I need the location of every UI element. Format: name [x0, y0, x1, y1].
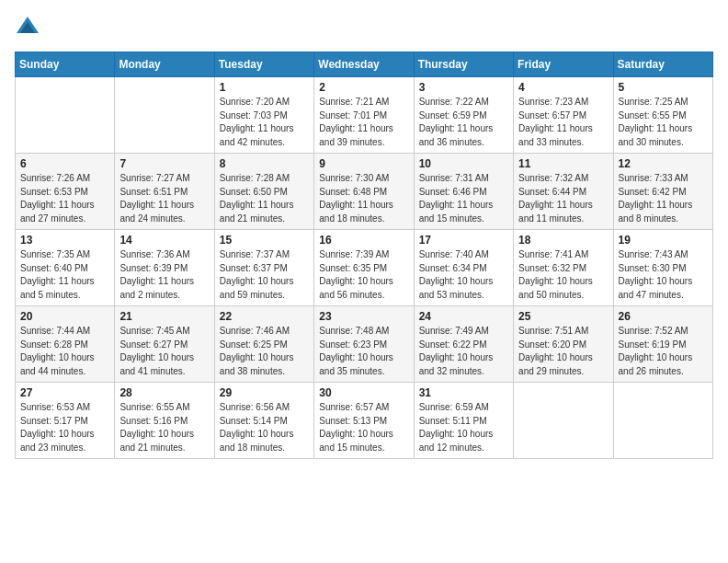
calendar-cell: 16Sunrise: 7:39 AM Sunset: 6:35 PM Dayli…: [314, 230, 414, 306]
calendar-week-row: 1Sunrise: 7:20 AM Sunset: 7:03 PM Daylig…: [16, 77, 713, 154]
day-number: 14: [119, 234, 209, 247]
calendar-cell: 2Sunrise: 7:21 AM Sunset: 7:01 PM Daylig…: [314, 77, 414, 154]
day-number: 16: [319, 234, 408, 247]
day-number: 25: [518, 310, 608, 323]
calendar-week-row: 13Sunrise: 7:35 AM Sunset: 6:40 PM Dayli…: [16, 230, 713, 306]
calendar-cell: 29Sunrise: 6:56 AM Sunset: 5:14 PM Dayli…: [214, 383, 313, 459]
calendar-cell: 3Sunrise: 7:22 AM Sunset: 6:59 PM Daylig…: [414, 77, 513, 154]
day-number: 12: [619, 157, 708, 170]
day-info: Sunrise: 7:27 AM Sunset: 6:51 PM Dayligh…: [119, 172, 209, 225]
day-number: 4: [518, 81, 608, 94]
day-info: Sunrise: 7:46 AM Sunset: 6:25 PM Dayligh…: [220, 325, 309, 378]
day-info: Sunrise: 7:25 AM Sunset: 6:55 PM Dayligh…: [619, 96, 708, 149]
day-info: Sunrise: 7:21 AM Sunset: 7:01 PM Dayligh…: [319, 96, 408, 149]
day-number: 29: [220, 386, 309, 399]
calendar-cell: 23Sunrise: 7:48 AM Sunset: 6:23 PM Dayli…: [314, 306, 414, 383]
header-day-sunday: Sunday: [16, 52, 115, 77]
logo-icon: [15, 15, 40, 40]
day-info: Sunrise: 7:32 AM Sunset: 6:44 PM Dayligh…: [518, 172, 608, 225]
day-number: 22: [220, 310, 309, 323]
day-info: Sunrise: 7:41 AM Sunset: 6:32 PM Dayligh…: [518, 248, 608, 302]
day-info: Sunrise: 7:52 AM Sunset: 6:19 PM Dayligh…: [619, 325, 708, 378]
day-info: Sunrise: 7:39 AM Sunset: 6:35 PM Dayligh…: [319, 248, 408, 302]
day-number: 30: [319, 386, 408, 399]
calendar-table: SundayMondayTuesdayWednesdayThursdayFrid…: [15, 52, 713, 459]
calendar-cell: 25Sunrise: 7:51 AM Sunset: 6:20 PM Dayli…: [514, 306, 613, 383]
calendar-cell: 5Sunrise: 7:25 AM Sunset: 6:55 PM Daylig…: [613, 77, 712, 154]
calendar-cell: 18Sunrise: 7:41 AM Sunset: 6:32 PM Dayli…: [514, 230, 613, 306]
day-info: Sunrise: 7:35 AM Sunset: 6:40 PM Dayligh…: [20, 248, 109, 302]
day-number: 13: [20, 234, 109, 247]
day-number: 7: [119, 157, 209, 170]
header-day-thursday: Thursday: [414, 52, 513, 77]
header-day-monday: Monday: [115, 52, 214, 77]
day-number: 31: [419, 386, 508, 399]
day-number: 23: [319, 310, 408, 323]
day-number: 26: [619, 310, 708, 323]
calendar-cell: 21Sunrise: 7:45 AM Sunset: 6:27 PM Dayli…: [115, 306, 214, 383]
header-day-tuesday: Tuesday: [214, 52, 313, 77]
day-info: Sunrise: 7:20 AM Sunset: 7:03 PM Dayligh…: [220, 96, 309, 149]
header-day-saturday: Saturday: [613, 52, 712, 77]
day-info: Sunrise: 7:28 AM Sunset: 6:50 PM Dayligh…: [220, 172, 309, 225]
day-info: Sunrise: 7:45 AM Sunset: 6:27 PM Dayligh…: [119, 325, 209, 378]
calendar-cell: [16, 77, 115, 154]
calendar-cell: 26Sunrise: 7:52 AM Sunset: 6:19 PM Dayli…: [613, 306, 712, 383]
calendar-header-row: SundayMondayTuesdayWednesdayThursdayFrid…: [16, 52, 713, 77]
calendar-cell: 14Sunrise: 7:36 AM Sunset: 6:39 PM Dayli…: [115, 230, 214, 306]
calendar-cell: [613, 383, 712, 459]
logo: [15, 15, 44, 40]
calendar-cell: 9Sunrise: 7:30 AM Sunset: 6:48 PM Daylig…: [314, 154, 414, 230]
calendar-cell: 28Sunrise: 6:55 AM Sunset: 5:16 PM Dayli…: [115, 383, 214, 459]
calendar-week-row: 6Sunrise: 7:26 AM Sunset: 6:53 PM Daylig…: [16, 154, 713, 230]
day-info: Sunrise: 7:48 AM Sunset: 6:23 PM Dayligh…: [319, 325, 408, 378]
day-info: Sunrise: 6:53 AM Sunset: 5:17 PM Dayligh…: [20, 401, 109, 454]
calendar-cell: 6Sunrise: 7:26 AM Sunset: 6:53 PM Daylig…: [16, 154, 115, 230]
day-number: 18: [518, 234, 608, 247]
day-number: 2: [319, 81, 408, 94]
day-number: 9: [319, 157, 408, 170]
header-day-wednesday: Wednesday: [314, 52, 414, 77]
day-info: Sunrise: 7:30 AM Sunset: 6:48 PM Dayligh…: [319, 172, 408, 225]
day-info: Sunrise: 7:22 AM Sunset: 6:59 PM Dayligh…: [419, 96, 508, 149]
day-number: 3: [419, 81, 508, 94]
page-header: [15, 15, 713, 40]
day-info: Sunrise: 6:55 AM Sunset: 5:16 PM Dayligh…: [119, 401, 209, 454]
day-number: 8: [220, 157, 309, 170]
day-number: 20: [20, 310, 109, 323]
day-number: 27: [20, 386, 109, 399]
calendar-cell: 13Sunrise: 7:35 AM Sunset: 6:40 PM Dayli…: [16, 230, 115, 306]
day-info: Sunrise: 6:57 AM Sunset: 5:13 PM Dayligh…: [319, 401, 408, 454]
calendar-cell: 7Sunrise: 7:27 AM Sunset: 6:51 PM Daylig…: [115, 154, 214, 230]
calendar-cell: 31Sunrise: 6:59 AM Sunset: 5:11 PM Dayli…: [414, 383, 513, 459]
calendar-cell: 22Sunrise: 7:46 AM Sunset: 6:25 PM Dayli…: [214, 306, 313, 383]
day-info: Sunrise: 7:40 AM Sunset: 6:34 PM Dayligh…: [419, 248, 508, 302]
calendar-cell: 19Sunrise: 7:43 AM Sunset: 6:30 PM Dayli…: [613, 230, 712, 306]
day-number: 11: [518, 157, 608, 170]
day-info: Sunrise: 7:36 AM Sunset: 6:39 PM Dayligh…: [119, 248, 209, 302]
calendar-cell: 27Sunrise: 6:53 AM Sunset: 5:17 PM Dayli…: [16, 383, 115, 459]
day-number: 28: [119, 386, 209, 399]
day-info: Sunrise: 7:23 AM Sunset: 6:57 PM Dayligh…: [518, 96, 608, 149]
calendar-cell: 4Sunrise: 7:23 AM Sunset: 6:57 PM Daylig…: [514, 77, 613, 154]
day-number: 21: [119, 310, 209, 323]
day-number: 17: [419, 234, 508, 247]
day-number: 1: [220, 81, 309, 94]
day-info: Sunrise: 6:59 AM Sunset: 5:11 PM Dayligh…: [419, 401, 508, 454]
day-number: 10: [419, 157, 508, 170]
calendar-cell: 1Sunrise: 7:20 AM Sunset: 7:03 PM Daylig…: [214, 77, 313, 154]
day-info: Sunrise: 7:49 AM Sunset: 6:22 PM Dayligh…: [419, 325, 508, 378]
calendar-cell: 17Sunrise: 7:40 AM Sunset: 6:34 PM Dayli…: [414, 230, 513, 306]
calendar-cell: [514, 383, 613, 459]
day-info: Sunrise: 7:43 AM Sunset: 6:30 PM Dayligh…: [619, 248, 708, 302]
calendar-cell: 11Sunrise: 7:32 AM Sunset: 6:44 PM Dayli…: [514, 154, 613, 230]
day-info: Sunrise: 7:51 AM Sunset: 6:20 PM Dayligh…: [518, 325, 608, 378]
day-info: Sunrise: 7:31 AM Sunset: 6:46 PM Dayligh…: [419, 172, 508, 225]
calendar-cell: 8Sunrise: 7:28 AM Sunset: 6:50 PM Daylig…: [214, 154, 313, 230]
calendar-cell: 20Sunrise: 7:44 AM Sunset: 6:28 PM Dayli…: [16, 306, 115, 383]
day-info: Sunrise: 6:56 AM Sunset: 5:14 PM Dayligh…: [220, 401, 309, 454]
calendar-cell: 30Sunrise: 6:57 AM Sunset: 5:13 PM Dayli…: [314, 383, 414, 459]
day-number: 19: [619, 234, 708, 247]
day-number: 5: [619, 81, 708, 94]
header-day-friday: Friday: [514, 52, 613, 77]
